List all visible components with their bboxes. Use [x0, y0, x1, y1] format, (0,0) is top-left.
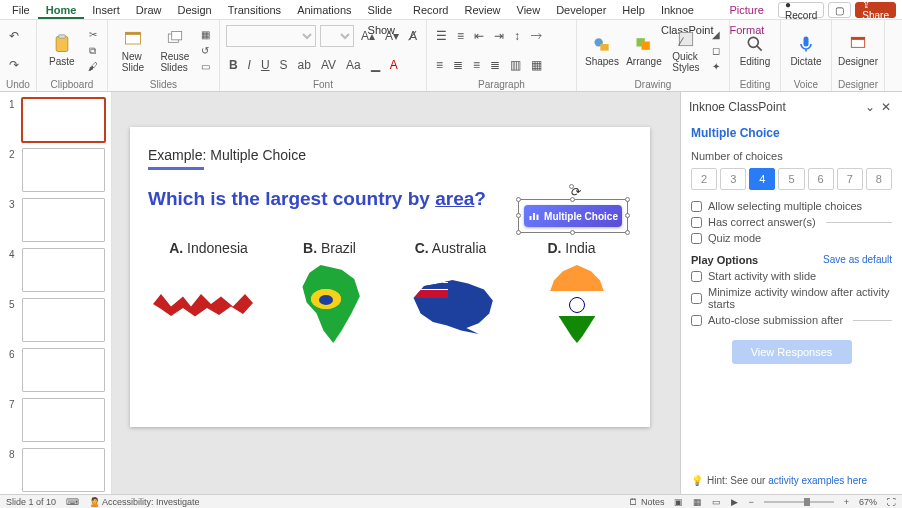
text-direction-button[interactable]: 🡒 [527, 27, 545, 45]
tab-slide-show[interactable]: Slide Show [360, 0, 405, 19]
align-center-button[interactable]: ≣ [450, 56, 466, 74]
dictate-button[interactable]: Dictate [787, 34, 825, 67]
quick-styles-button[interactable]: Quick Styles [667, 29, 705, 73]
indent-dec-button[interactable]: ⇤ [471, 27, 487, 45]
slide-thumbnail[interactable]: 7 [22, 398, 105, 442]
decrease-font-button[interactable]: A▾ [382, 27, 402, 45]
present-mode-button[interactable]: ▢ [828, 2, 851, 18]
redo-button[interactable]: ↷ [6, 56, 22, 74]
shape-outline-button[interactable]: ◻ [709, 43, 723, 58]
view-normal-button[interactable]: ▣ [674, 497, 683, 507]
section-button[interactable]: ▭ [198, 59, 213, 74]
tab-file[interactable]: File [4, 0, 38, 19]
zoom-slider[interactable] [764, 501, 834, 503]
tab-view[interactable]: View [509, 0, 549, 19]
font-size-select[interactable] [320, 25, 354, 47]
slide-thumbnail[interactable]: 5 [22, 298, 105, 342]
designer-button[interactable]: Designer [838, 34, 878, 67]
activity-examples-link[interactable]: activity examples here [768, 475, 867, 486]
tab-help[interactable]: Help [614, 0, 653, 19]
slide-canvas[interactable]: Example: Multiple Choice Which is the la… [112, 92, 680, 494]
tab-picture-format[interactable]: Picture Format [722, 0, 777, 19]
pane-collapse-button[interactable]: ⌄ [862, 98, 878, 116]
slide-thumbnail[interactable]: 6 [22, 348, 105, 392]
clear-format-button[interactable]: A̸ [406, 27, 420, 45]
zoom-value[interactable]: 67% [859, 497, 877, 507]
layout-button[interactable]: ▦ [198, 27, 213, 42]
format-painter-button[interactable]: 🖌 [85, 59, 101, 74]
choice-count-2[interactable]: 2 [691, 168, 717, 190]
lang-icon[interactable]: ⌨ [66, 497, 79, 507]
choice-count-7[interactable]: 7 [837, 168, 863, 190]
shape-fill-button[interactable]: ◢ [709, 27, 723, 42]
font-family-select[interactable] [226, 25, 316, 47]
fit-window-button[interactable]: ⛶ [887, 497, 896, 507]
slide-thumbnail[interactable]: 3 [22, 198, 105, 242]
highlight-button[interactable]: ▁ [368, 56, 383, 74]
notes-toggle[interactable]: 🗒 Notes [629, 497, 664, 507]
multiple-choice-badge[interactable]: Multiple Choice [524, 205, 622, 227]
justify-button[interactable]: ≣ [487, 56, 503, 74]
shape-effects-button[interactable]: ✦ [709, 59, 723, 74]
char-spacing-button[interactable]: AV [318, 56, 339, 74]
start-with-slide-checkbox[interactable]: Start activity with slide [691, 270, 892, 282]
tab-review[interactable]: Review [456, 0, 508, 19]
columns-button[interactable]: ▥ [507, 56, 524, 74]
tab-transitions[interactable]: Transitions [220, 0, 289, 19]
editing-button[interactable]: Editing [736, 34, 774, 67]
underline-button[interactable]: U [258, 56, 273, 74]
italic-button[interactable]: I [245, 56, 254, 74]
tab-insert[interactable]: Insert [84, 0, 128, 19]
slide-thumbnail[interactable]: 2 [22, 148, 105, 192]
arrange-button[interactable]: Arrange [625, 34, 663, 67]
shapes-button[interactable]: Shapes [583, 34, 621, 67]
bullets-button[interactable]: ☰ [433, 27, 450, 45]
tab-animations[interactable]: Animations [289, 0, 359, 19]
change-case-button[interactable]: Aa [343, 56, 364, 74]
view-responses-button[interactable]: View Responses [732, 340, 852, 364]
minimize-after-checkbox[interactable]: Minimize activity window after activity … [691, 286, 892, 310]
pane-close-button[interactable]: ✕ [878, 98, 894, 116]
has-correct-checkbox[interactable]: Has correct answer(s) [691, 216, 892, 228]
reuse-slides-button[interactable]: Reuse Slides [156, 29, 194, 73]
slide-thumbnail[interactable]: 8 [22, 448, 105, 492]
tab-record[interactable]: Record [405, 0, 456, 19]
allow-multiple-checkbox[interactable]: Allow selecting multiple choices [691, 200, 892, 212]
tab-draw[interactable]: Draw [128, 0, 170, 19]
align-right-button[interactable]: ≡ [470, 56, 483, 74]
choice-count-6[interactable]: 6 [808, 168, 834, 190]
copy-button[interactable]: ⧉ [85, 43, 101, 58]
accessibility-status[interactable]: 🙎 Accessibility: Investigate [89, 497, 200, 507]
slide-thumbnail-panel[interactable]: 12345678 [0, 92, 112, 494]
align-left-button[interactable]: ≡ [433, 56, 446, 74]
share-button[interactable]: ⇪ Share [855, 2, 896, 18]
new-slide-button[interactable]: New Slide [114, 29, 152, 73]
view-sorter-button[interactable]: ▦ [693, 497, 702, 507]
strike-button[interactable]: S [277, 56, 291, 74]
tab-inknoe-classpoint[interactable]: Inknoe ClassPoint [653, 0, 722, 19]
font-color-button[interactable]: A [387, 56, 401, 74]
paste-button[interactable]: Paste [43, 34, 81, 67]
view-reading-button[interactable]: ▭ [712, 497, 721, 507]
bold-button[interactable]: B [226, 56, 241, 74]
choice-count-8[interactable]: 8 [866, 168, 892, 190]
shadow-button[interactable]: ab [295, 56, 314, 74]
save-default-link[interactable]: Save as default [823, 254, 892, 266]
tab-home[interactable]: Home [38, 0, 85, 19]
increase-font-button[interactable]: A▴ [358, 27, 378, 45]
choice-count-4[interactable]: 4 [749, 168, 775, 190]
slide-thumbnail[interactable]: 1 [22, 98, 105, 142]
indent-inc-button[interactable]: ⇥ [491, 27, 507, 45]
undo-button[interactable]: ↶ [6, 27, 22, 45]
cut-button[interactable]: ✂ [85, 27, 101, 42]
record-button[interactable]: ● Record [778, 2, 824, 18]
tab-developer[interactable]: Developer [548, 0, 614, 19]
zoom-out-button[interactable]: − [748, 497, 753, 507]
choice-count-5[interactable]: 5 [778, 168, 804, 190]
choice-count-3[interactable]: 3 [720, 168, 746, 190]
quiz-mode-checkbox[interactable]: Quiz mode [691, 232, 892, 244]
convert-smartart-button[interactable]: ▦ [528, 56, 545, 74]
line-spacing-button[interactable]: ↕ [511, 27, 523, 45]
slide-thumbnail[interactable]: 4 [22, 248, 105, 292]
numbering-button[interactable]: ≡ [454, 27, 467, 45]
